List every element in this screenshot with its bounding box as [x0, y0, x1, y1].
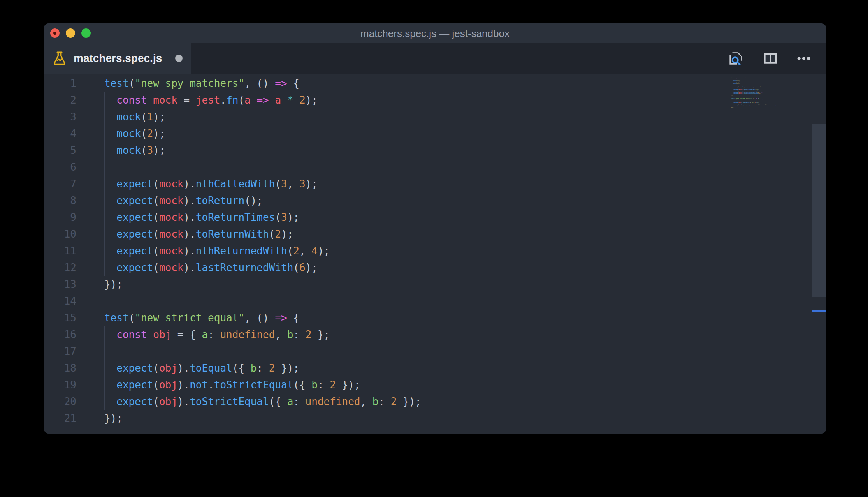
scrollbar-thumb[interactable] — [812, 124, 826, 297]
title-bar: matchers.spec.js — jest-sandbox — [44, 23, 826, 43]
flask-test-icon — [53, 51, 67, 66]
code-line — [104, 293, 421, 310]
line-number-gutter: 123456789101112131415161718192021 — [44, 75, 76, 427]
line-number: 14 — [44, 293, 76, 310]
tab-label: matchers.spec.js — [74, 52, 162, 65]
code-line: expect(mock).nthCalledWith(3, 3); — [104, 176, 421, 192]
line-number: 2 — [44, 92, 76, 109]
code-line: mock(2); — [104, 125, 421, 142]
line-number: 9 — [44, 209, 76, 226]
overview-ruler-marker — [812, 310, 826, 312]
code-line: expect(mock).toReturnTimes(3); — [104, 209, 421, 226]
tab-bar: matchers.spec.js — [44, 43, 826, 74]
line-number: 10 — [44, 226, 76, 243]
vertical-scrollbar — [812, 124, 826, 434]
modified-dot[interactable] — [175, 55, 183, 62]
tab-matchers-spec-js[interactable]: matchers.spec.js — [44, 43, 191, 74]
window-title: matchers.spec.js — jest-sandbox — [44, 23, 826, 43]
code-line: }); — [104, 410, 421, 427]
line-number: 6 — [44, 159, 76, 176]
line-number: 1 — [44, 75, 76, 92]
code-content: test("new spy matchers", () => { const m… — [104, 75, 421, 427]
line-number: 17 — [44, 343, 76, 360]
code-editor[interactable]: 123456789101112131415161718192021 test("… — [44, 74, 826, 434]
code-line: expect(obj).not.toStrictEqual({ b: 2 }); — [104, 377, 421, 393]
code-line: const obj = { a: undefined, b: 2 }; — [104, 326, 421, 343]
indent-guide — [104, 92, 105, 276]
line-number: 19 — [44, 377, 76, 393]
code-line: expect(mock).toReturnWith(2); — [104, 226, 421, 243]
code-line: }); — [104, 276, 421, 293]
minimap[interactable]: test("new spy matchers", () => { const m… — [731, 77, 813, 147]
tab-actions — [728, 43, 826, 74]
line-number: 12 — [44, 259, 76, 276]
line-number: 15 — [44, 310, 76, 326]
line-number: 18 — [44, 360, 76, 377]
code-line: const obj = { a: undefined, b: 2 }; — [731, 99, 743, 100]
editor-window: matchers.spec.js — jest-sandbox matchers… — [44, 23, 826, 434]
line-number: 3 — [44, 109, 76, 125]
more-actions-icon[interactable] — [795, 49, 813, 67]
code-line: expect(obj).toStrictEqual({ a: undefined… — [104, 393, 421, 410]
code-line — [104, 159, 421, 176]
split-editor-icon[interactable] — [761, 49, 779, 67]
code-line: test("new spy matchers", () => { — [104, 75, 421, 92]
code-line: expect(obj).toEqual({ b: 2 }); — [104, 360, 421, 377]
code-line: mock(1); — [104, 109, 421, 125]
code-line: test("new strict equal", () => { — [104, 310, 421, 326]
code-line — [104, 343, 421, 360]
code-line: expect(mock).lastReturnedWith(6); — [104, 259, 421, 276]
line-number: 7 — [44, 176, 76, 192]
line-number: 20 — [44, 393, 76, 410]
code-line: expect(mock).toReturn(); — [104, 192, 421, 209]
open-changes-icon[interactable] — [728, 49, 746, 67]
line-number: 21 — [44, 410, 76, 427]
line-number: 13 — [44, 276, 76, 293]
line-number: 8 — [44, 192, 76, 209]
code-line: mock(3); — [104, 142, 421, 159]
minimap-code: test("new spy matchers", () => { const m… — [731, 77, 743, 108]
code-line: }); — [731, 106, 743, 108]
indent-guide — [104, 326, 105, 410]
line-number: 5 — [44, 142, 76, 159]
code-line: const mock = jest.fn(a => a * 2); — [104, 92, 421, 109]
line-number: 11 — [44, 243, 76, 259]
code-line: expect(mock).nthReturnedWith(2, 4); — [104, 243, 421, 259]
line-number: 16 — [44, 326, 76, 343]
line-number: 4 — [44, 125, 76, 142]
